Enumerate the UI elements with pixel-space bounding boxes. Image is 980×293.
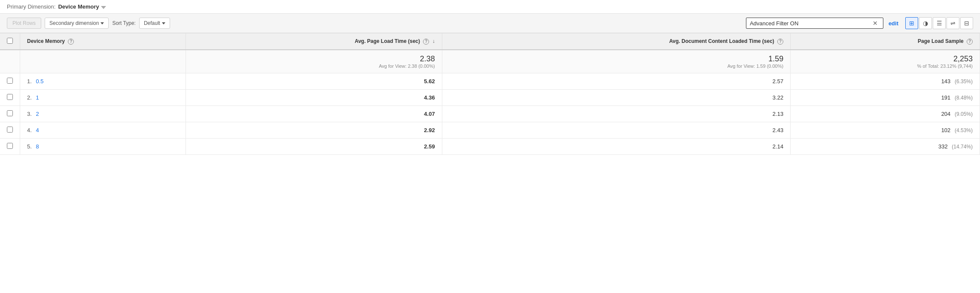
secondary-dimension-label: Secondary dimension xyxy=(49,20,99,26)
row-page-load-sample-value: 191 xyxy=(941,94,951,101)
list-view-icon: ☰ xyxy=(937,20,942,27)
header-checkbox-cell xyxy=(0,33,20,50)
summary-row: 2.38 Avg for View: 2.38 (0.00%) 1.59 Avg… xyxy=(0,50,980,73)
row-page-load-sample-pct: (6.35%) xyxy=(955,79,973,85)
row-avg-page-load-cell: 4.36 xyxy=(186,90,442,106)
table-row: 4. 4 2.92 2.43 102 (4.53%) xyxy=(0,122,980,139)
row-page-load-sample-cell: 102 (4.53%) xyxy=(791,122,980,139)
row-checkbox-cell xyxy=(0,139,20,155)
pie-view-icon: ◑ xyxy=(923,20,928,27)
row-avg-page-load-cell: 2.92 xyxy=(186,122,442,139)
row-page-load-sample-cell: 332 (14.74%) xyxy=(791,139,980,155)
custom-view-button[interactable]: ⊟ xyxy=(960,17,973,29)
avg-doc-content-help-icon[interactable]: ? xyxy=(777,39,783,45)
device-memory-help-icon[interactable]: ? xyxy=(68,39,74,45)
summary-page-load-sample-sub: % of Total: 23.12% (9,744) xyxy=(797,63,973,69)
primary-dimension-bar: Primary Dimension: Device Memory xyxy=(0,0,980,14)
row-avg-doc-content-value: 3.22 xyxy=(773,94,783,101)
row-avg-doc-content-value: 2.43 xyxy=(773,127,783,133)
row-page-load-sample-value: 332 xyxy=(938,143,948,150)
row-dimension-link[interactable]: 8 xyxy=(36,143,39,150)
row-rank: 5. xyxy=(27,143,32,150)
compare-view-button[interactable]: ⇌ xyxy=(947,17,959,29)
table-row: 5. 8 2.59 2.14 332 (14.74%) xyxy=(0,139,980,155)
sort-type-chevron-icon xyxy=(162,22,165,24)
primary-dimension-value: Device Memory xyxy=(58,3,99,10)
pie-view-button[interactable]: ◑ xyxy=(919,17,932,29)
row-avg-page-load-cell: 4.07 xyxy=(186,106,442,122)
sort-type-dropdown[interactable]: Default xyxy=(139,18,170,29)
row-rank: 1. xyxy=(27,78,32,85)
row-dimension-link[interactable]: 4 xyxy=(36,127,39,133)
dimension-indicator xyxy=(101,6,106,9)
page-load-sample-help-icon[interactable]: ? xyxy=(967,39,973,45)
primary-dimension-label: Primary Dimension: xyxy=(7,3,55,10)
summary-avg-doc-content-sub: Avg for View: 1.59 (0.00%) xyxy=(449,63,784,69)
row-avg-page-load-value: 4.36 xyxy=(424,94,435,101)
row-checkbox-cell xyxy=(0,90,20,106)
row-page-load-sample-value: 204 xyxy=(941,111,951,117)
row-avg-doc-content-cell: 2.57 xyxy=(442,73,791,90)
table-view-button[interactable]: ⊞ xyxy=(905,17,918,29)
col-header-device-memory: Device Memory ? xyxy=(20,33,186,50)
row-avg-page-load-value: 2.59 xyxy=(424,143,435,150)
row-dimension-link[interactable]: 1 xyxy=(36,94,39,101)
row-page-load-sample-pct: (8.48%) xyxy=(955,95,973,101)
summary-checkbox-cell xyxy=(0,50,20,73)
summary-avg-doc-content-cell: 1.59 Avg for View: 1.59 (0.00%) xyxy=(442,50,791,73)
col-header-page-load-sample: Page Load Sample ? xyxy=(791,33,980,50)
row-page-load-sample-value: 102 xyxy=(941,127,951,133)
summary-page-load-sample-cell: 2,253 % of Total: 23.12% (9,744) xyxy=(791,50,980,73)
avg-page-load-help-icon[interactable]: ? xyxy=(423,39,429,45)
filter-text: Advanced Filter ON xyxy=(750,20,871,27)
row-avg-doc-content-value: 2.13 xyxy=(773,111,783,117)
row-checkbox-1[interactable] xyxy=(7,94,13,100)
row-page-load-sample-pct: (4.53%) xyxy=(955,127,973,133)
filter-edit-link[interactable]: edit xyxy=(889,20,898,27)
list-view-button[interactable]: ☰ xyxy=(933,17,946,29)
row-dimension-cell: 3. 2 xyxy=(20,106,186,122)
row-avg-page-load-value: 4.07 xyxy=(424,111,435,117)
row-rank: 3. xyxy=(27,111,32,117)
row-page-load-sample-cell: 191 (8.48%) xyxy=(791,90,980,106)
row-page-load-sample-pct: (14.74%) xyxy=(952,144,973,150)
summary-page-load-sample-value: 2,253 xyxy=(797,54,973,63)
row-avg-doc-content-value: 2.14 xyxy=(773,143,783,150)
summary-avg-doc-content-value: 1.59 xyxy=(449,54,784,63)
view-icons-group: ⊞ ◑ ☰ ⇌ ⊟ xyxy=(905,17,973,29)
row-rank: 4. xyxy=(27,127,32,133)
table-header-row: Device Memory ? Avg. Page Load Time (sec… xyxy=(0,33,980,50)
row-avg-page-load-value: 2.92 xyxy=(424,127,435,133)
row-avg-doc-content-cell: 2.13 xyxy=(442,106,791,122)
row-checkbox-4[interactable] xyxy=(7,143,13,149)
toolbar: Plot Rows Secondary dimension Sort Type:… xyxy=(0,14,980,33)
summary-dimension-cell xyxy=(20,50,186,73)
secondary-dimension-dropdown[interactable]: Secondary dimension xyxy=(45,18,109,29)
summary-avg-page-load-sub: Avg for View: 2.38 (0.00%) xyxy=(193,63,435,69)
sort-type-label: Sort Type: xyxy=(112,20,135,26)
row-page-load-sample-cell: 143 (6.35%) xyxy=(791,73,980,90)
row-avg-doc-content-cell: 3.22 xyxy=(442,90,791,106)
plot-rows-button[interactable]: Plot Rows xyxy=(7,18,41,29)
filter-close-button[interactable]: ✕ xyxy=(871,20,880,27)
row-checkbox-2[interactable] xyxy=(7,110,13,116)
row-page-load-sample-cell: 204 (9.05%) xyxy=(791,106,980,122)
row-page-load-sample-pct: (9.05%) xyxy=(955,111,973,117)
row-page-load-sample-value: 143 xyxy=(941,78,951,85)
row-dimension-cell: 5. 8 xyxy=(20,139,186,155)
row-dimension-link[interactable]: 2 xyxy=(36,111,39,117)
row-dimension-cell: 1. 0.5 xyxy=(20,73,186,90)
row-avg-doc-content-cell: 2.43 xyxy=(442,122,791,139)
row-avg-page-load-cell: 5.62 xyxy=(186,73,442,90)
table-row: 1. 0.5 5.62 2.57 143 (6.35%) xyxy=(0,73,980,90)
row-checkbox-cell xyxy=(0,73,20,90)
summary-avg-page-load-value: 2.38 xyxy=(193,54,435,63)
row-checkbox-3[interactable] xyxy=(7,127,13,133)
select-all-checkbox[interactable] xyxy=(7,38,13,44)
row-checkbox-0[interactable] xyxy=(7,78,13,84)
row-checkbox-cell xyxy=(0,106,20,122)
custom-view-icon: ⊟ xyxy=(964,20,969,27)
secondary-dimension-chevron-icon xyxy=(100,22,104,24)
summary-avg-page-load-cell: 2.38 Avg for View: 2.38 (0.00%) xyxy=(186,50,442,73)
row-dimension-link[interactable]: 0.5 xyxy=(36,78,43,85)
